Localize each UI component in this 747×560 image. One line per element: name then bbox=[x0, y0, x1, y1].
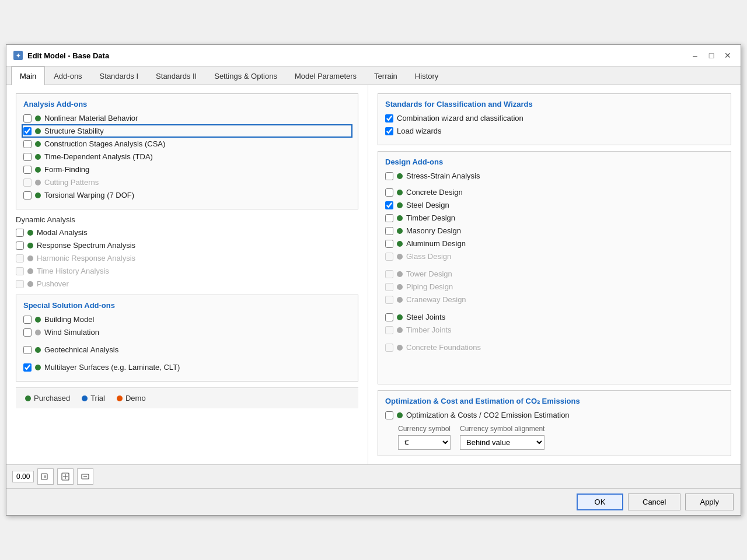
structure-stability-dot bbox=[35, 128, 41, 134]
tab-standards1[interactable]: Standards I bbox=[91, 66, 148, 85]
wind-simulation-checkbox[interactable] bbox=[23, 328, 32, 337]
stress-strain-label: Stress-Strain Analysis bbox=[406, 172, 480, 180]
multilayer-dot bbox=[35, 365, 41, 370]
minimize-button[interactable]: – bbox=[689, 50, 701, 61]
aluminum-design-row: Aluminum Design bbox=[385, 239, 724, 249]
timber-design-dot bbox=[397, 215, 403, 221]
building-model-checkbox[interactable] bbox=[23, 316, 32, 324]
demo-label: Demo bbox=[125, 394, 146, 402]
stress-strain-checkbox[interactable] bbox=[385, 172, 393, 180]
purchased-dot bbox=[25, 396, 31, 401]
tab-standards2[interactable]: Standards II bbox=[147, 66, 205, 85]
titlebar-controls: – □ ✕ bbox=[689, 50, 734, 61]
wind-simulation-row: Wind Simulation bbox=[23, 327, 351, 337]
response-spectrum-checkbox[interactable] bbox=[16, 242, 24, 250]
design-addons-section: Design Add-ons Stress-Strain Analysis Co… bbox=[378, 151, 731, 384]
status-value: 0.00 bbox=[12, 471, 34, 482]
cancel-button[interactable]: Cancel bbox=[628, 494, 680, 510]
pushover-checkbox bbox=[16, 280, 24, 288]
tab-main[interactable]: Main bbox=[11, 66, 45, 85]
cutting-patterns-row: Cutting Patterns bbox=[23, 177, 351, 187]
demo-dot bbox=[117, 396, 123, 401]
multilayer-checkbox[interactable] bbox=[23, 363, 32, 372]
form-finding-checkbox[interactable] bbox=[23, 166, 32, 174]
time-history-label: Time History Analysis bbox=[37, 267, 109, 275]
tab-model-params[interactable]: Model Parameters bbox=[286, 66, 365, 85]
legend-purchased: Purchased bbox=[25, 394, 70, 402]
harmonic-response-label: Harmonic Response Analysis bbox=[37, 254, 135, 262]
torsional-warping-row: Torsional Warping (7 DOF) bbox=[23, 190, 351, 200]
combo-wizard-row: Combination wizard and classification bbox=[385, 113, 724, 123]
aluminum-design-label: Aluminum Design bbox=[406, 239, 466, 248]
combo-wizard-checkbox[interactable] bbox=[385, 114, 393, 123]
concrete-design-checkbox[interactable] bbox=[385, 188, 393, 197]
glass-design-row: Glass Design bbox=[385, 251, 724, 261]
structure-stability-checkbox[interactable] bbox=[23, 127, 32, 135]
concrete-foundations-dot bbox=[397, 345, 403, 351]
dynamic-analysis-section: Dynamic Analysis Modal Analysis Response… bbox=[16, 215, 358, 289]
masonry-design-checkbox[interactable] bbox=[385, 227, 393, 235]
masonry-design-row: Masonry Design bbox=[385, 226, 724, 236]
currency-symbol-select[interactable]: € $ £ bbox=[398, 435, 451, 450]
stress-strain-dot bbox=[397, 173, 403, 179]
content-area: Analysis Add-ons Nonlinear Material Beha… bbox=[6, 85, 741, 464]
combo-wizard-label: Combination wizard and classification bbox=[397, 114, 523, 123]
steel-joints-checkbox[interactable] bbox=[385, 313, 393, 321]
currency-symbol-group: Currency symbol € $ £ bbox=[398, 425, 451, 450]
torsional-warping-dot bbox=[35, 192, 41, 198]
steel-joints-label: Steel Joints bbox=[406, 313, 445, 321]
statusbar-btn3[interactable] bbox=[77, 468, 93, 485]
time-history-checkbox bbox=[16, 267, 24, 275]
response-spectrum-dot bbox=[27, 243, 33, 249]
pushover-label: Pushover bbox=[37, 279, 69, 288]
timber-joints-row: Timber Joints bbox=[385, 325, 724, 335]
aluminum-design-dot bbox=[397, 241, 403, 247]
statusbar-btn1[interactable] bbox=[37, 468, 54, 485]
geotechnical-dot bbox=[35, 347, 41, 353]
tower-design-dot bbox=[397, 271, 403, 277]
tab-addons[interactable]: Add-ons bbox=[45, 66, 90, 85]
glass-design-checkbox bbox=[385, 253, 393, 261]
apply-button[interactable]: Apply bbox=[685, 494, 734, 510]
aluminum-design-checkbox[interactable] bbox=[385, 240, 393, 248]
steel-design-label: Steel Design bbox=[406, 201, 449, 209]
currency-alignment-select[interactable]: Behind value Before value bbox=[460, 435, 544, 450]
modal-dot bbox=[27, 230, 33, 236]
maximize-button[interactable]: □ bbox=[706, 50, 717, 61]
geotechnical-checkbox[interactable] bbox=[23, 346, 32, 354]
tab-history[interactable]: History bbox=[406, 66, 447, 85]
load-wizards-checkbox[interactable] bbox=[385, 127, 393, 135]
close-button[interactable]: ✕ bbox=[722, 50, 734, 61]
harmonic-response-dot bbox=[27, 256, 33, 261]
nonlinear-material-checkbox[interactable] bbox=[23, 114, 32, 123]
ok-button[interactable]: OK bbox=[577, 494, 623, 510]
statusbar-btn2[interactable] bbox=[57, 468, 74, 485]
modal-analysis-checkbox[interactable] bbox=[16, 229, 24, 237]
piping-design-checkbox bbox=[385, 283, 393, 291]
structure-stability-row: Structure Stability bbox=[23, 126, 351, 136]
time-history-row: Time History Analysis bbox=[16, 266, 358, 276]
tda-checkbox[interactable] bbox=[23, 153, 32, 161]
response-spectrum-row: Response Spectrum Analysis bbox=[16, 240, 358, 250]
tab-settings[interactable]: Settings & Options bbox=[205, 66, 286, 85]
timber-design-checkbox[interactable] bbox=[385, 214, 393, 222]
geotechnical-row: Geotechnical Analysis bbox=[23, 345, 351, 355]
steel-design-dot bbox=[397, 202, 403, 208]
timber-joints-label: Timber Joints bbox=[406, 326, 452, 334]
concrete-foundations-checkbox bbox=[385, 344, 393, 352]
csa-label: Construction Stages Analysis (CSA) bbox=[44, 139, 165, 148]
special-solution-title: Special Solution Add-ons bbox=[23, 301, 351, 310]
design-addons-title: Design Add-ons bbox=[385, 158, 724, 166]
cutting-patterns-label: Cutting Patterns bbox=[44, 178, 99, 187]
concrete-foundations-label: Concrete Foundations bbox=[406, 343, 481, 352]
steel-design-checkbox[interactable] bbox=[385, 201, 393, 209]
tab-terrain[interactable]: Terrain bbox=[365, 66, 406, 85]
csa-dot bbox=[35, 141, 41, 147]
csa-checkbox[interactable] bbox=[23, 140, 32, 148]
torsional-warping-checkbox[interactable] bbox=[23, 191, 32, 200]
wind-simulation-label: Wind Simulation bbox=[44, 328, 99, 337]
optimization-checkbox[interactable] bbox=[385, 411, 393, 419]
building-model-row: Building Model bbox=[23, 314, 351, 324]
response-spectrum-label: Response Spectrum Analysis bbox=[37, 241, 135, 250]
app-icon: ✦ bbox=[13, 51, 23, 60]
